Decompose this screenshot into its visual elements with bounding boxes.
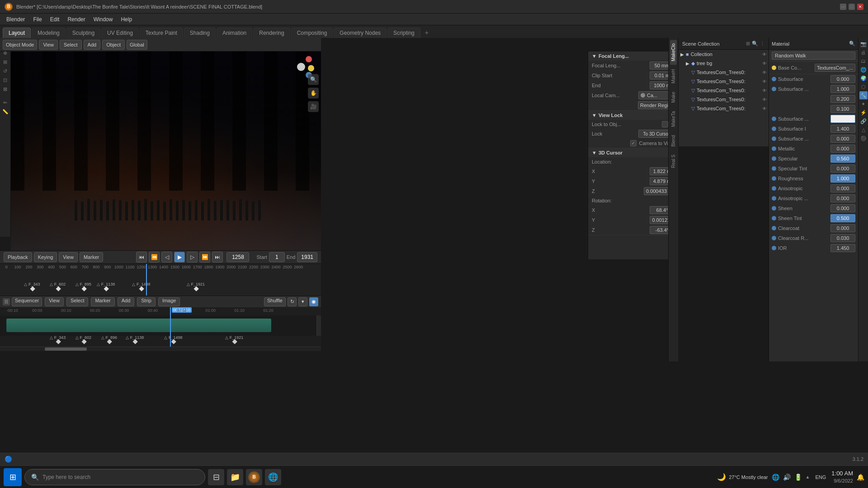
menu-blender[interactable]: Blender — [3, 15, 28, 23]
tab-geometry-nodes[interactable]: Geometry Nodes — [334, 28, 387, 38]
menu-edit[interactable]: Edit — [47, 15, 63, 23]
subsurface-col-value[interactable] — [830, 115, 855, 123]
seq-h-scrollbar[interactable] — [0, 347, 321, 351]
collection-eye-icon[interactable]: 👁 — [762, 52, 767, 57]
menu-render[interactable]: Render — [64, 15, 89, 23]
shuffle-dropdown[interactable]: Shuffle — [264, 297, 286, 306]
tab-uv-editing[interactable]: UV Editing — [101, 28, 139, 38]
outliner-textures-1[interactable]: ▽ TexturesCom_Trees0: 👁 — [679, 77, 769, 86]
keyframe-f1921[interactable] — [194, 286, 199, 291]
chrome-taskbar-button[interactable]: 🌐 — [265, 469, 281, 485]
tex3-eye[interactable]: 👁 — [762, 97, 767, 102]
tex1-eye[interactable]: 👁 — [762, 79, 767, 84]
sheen-tint-value[interactable]: 0.500 — [830, 214, 855, 222]
tree-bg-eye-icon[interactable]: 👁 — [762, 61, 767, 66]
current-frame-display[interactable]: 1258 — [226, 252, 249, 262]
playback-button[interactable]: Playback — [4, 252, 32, 262]
menu-window[interactable]: Window — [90, 15, 117, 23]
material-search-icon[interactable]: 🔍 — [849, 41, 855, 47]
annotate-tool-icon[interactable]: ✏ — [1, 99, 9, 107]
prev-keyframe-button[interactable]: ⏪ — [149, 252, 160, 263]
tex0-eye[interactable]: 👁 — [762, 70, 767, 75]
tex4-eye[interactable]: 👁 — [762, 106, 767, 111]
notification-icon[interactable]: 🔔 — [857, 474, 864, 481]
cursor-section-header[interactable]: ▼ 3D Cursor ⋮ — [588, 148, 678, 157]
tab-shading[interactable]: Shading — [184, 28, 216, 38]
outliner-textures-2[interactable]: ▽ TexturesCom_Trees0: 👁 — [679, 86, 769, 95]
seq-keyframe-row[interactable]: △ F_343 △ F_602 △ F_896 △ F_1138 △ F_149… — [0, 336, 321, 347]
h-scrollbar-thumb[interactable] — [45, 347, 86, 351]
mode-dropdown[interactable]: Object Mode — [3, 40, 37, 50]
step-forward-button[interactable]: ▷ — [187, 252, 198, 263]
sequencer-ruler[interactable]: -00:10 00:00 00:10 00:20 00:30 00:40 00:… — [0, 307, 321, 315]
render-props-icon[interactable]: 📷 — [859, 40, 868, 48]
roughness-value[interactable]: 1.000 — [830, 174, 855, 183]
seq-strip-button[interactable]: Strip — [137, 297, 156, 306]
tray-chevron-icon[interactable]: ▲ — [806, 474, 810, 479]
network-icon[interactable]: 🌐 — [772, 474, 779, 481]
options-icon[interactable]: ⋮ — [760, 41, 765, 47]
tab-animation[interactable]: Animation — [217, 28, 252, 38]
anisotropic-value[interactable]: 0.000 — [830, 184, 855, 192]
battery-icon[interactable]: 🔋 — [794, 474, 802, 481]
seq-image-button[interactable]: Image — [158, 297, 180, 306]
outliner-textures-0[interactable]: ▽ TexturesCom_Trees0: 👁 — [679, 68, 769, 77]
gizmo-view-axis[interactable] — [297, 63, 305, 71]
timeline-ruler[interactable]: 0 100 200 300 400 500 600 700 800 900 10… — [0, 264, 321, 273]
timeline-keyframes[interactable]: △ F_343 △ F_602 △ F_895 △ F_1138 △ F_149… — [0, 273, 321, 296]
view-section-header[interactable]: ▼ Focal Leng... — [588, 52, 678, 61]
start-button[interactable]: ⊞ — [4, 468, 22, 486]
seq-key-f1921[interactable] — [232, 339, 237, 344]
minimize-button[interactable]: — — [840, 4, 846, 10]
side-tab-reals[interactable]: Real S — [670, 151, 677, 172]
jump-start-button[interactable]: ⏮ — [136, 252, 147, 263]
base-color-value[interactable]: TexturesCom_... — [815, 64, 855, 72]
tab-modeling[interactable]: Modeling — [32, 28, 66, 38]
volume-icon[interactable]: 🔊 — [783, 474, 791, 481]
seq-key-f602[interactable] — [81, 339, 86, 344]
metallic-value[interactable]: 0.000 — [830, 145, 855, 153]
filter-icon[interactable]: ⊞ — [746, 41, 750, 47]
view-button[interactable]: View — [39, 40, 58, 50]
clearcoat-value[interactable]: 0.000 — [830, 224, 855, 232]
specular-value[interactable]: 0.560 — [830, 155, 855, 163]
constraints-props-icon[interactable]: 🔗 — [859, 117, 868, 125]
seq-key-f1498[interactable] — [171, 339, 176, 344]
seq-v-scrollbar[interactable] — [316, 315, 321, 336]
camera-to-vi-checkbox[interactable]: ✓ — [630, 140, 637, 146]
start-frame-display[interactable]: 1 — [269, 252, 285, 262]
tab-rendering[interactable]: Rendering — [253, 28, 290, 38]
object-data-props-icon[interactable]: △ — [859, 126, 868, 134]
modifier-props-icon[interactable]: 🔧 — [859, 91, 868, 99]
seq-track-bar[interactable] — [6, 319, 271, 332]
step-back-button[interactable]: ◁ — [161, 252, 172, 263]
keying-button[interactable]: Keying — [34, 252, 57, 262]
subsurface-b-value[interactable]: 0.100 — [830, 105, 855, 113]
menu-help[interactable]: Help — [117, 15, 136, 23]
side-tab-make[interactable]: Make — [670, 88, 677, 106]
world-props-icon[interactable]: 🌍 — [859, 74, 868, 82]
seq-sync-button[interactable]: ↻ — [288, 297, 297, 306]
taskbar-search[interactable]: 🔍 Type here to search — [24, 469, 205, 485]
seq-settings-button[interactable]: ▾ — [298, 297, 307, 306]
seq-select-button[interactable]: Select — [66, 297, 89, 306]
seq-key-f896[interactable] — [107, 339, 112, 344]
seq-view-button[interactable]: View — [45, 297, 64, 306]
maximize-button[interactable]: □ — [849, 4, 855, 10]
subsurface-ior-value[interactable]: 1.400 — [830, 125, 855, 133]
select-button[interactable]: Select — [60, 40, 82, 50]
view-layer-props-icon[interactable]: 🗂 — [859, 57, 868, 65]
tab-layout[interactable]: Layout — [3, 28, 31, 38]
subsurface-value[interactable]: 0.000 — [830, 75, 855, 83]
marker-button[interactable]: Marker — [80, 252, 103, 262]
side-tab-blend[interactable]: Blend — [670, 131, 677, 150]
side-tab-makeclo[interactable]: MakeClo — [670, 40, 677, 65]
search-icon[interactable]: 🔍 — [752, 41, 758, 47]
move-tool-icon[interactable]: ⊞ — [1, 58, 9, 66]
anisotropic-r-value[interactable]: 0.000 — [830, 194, 855, 202]
play-button[interactable]: ▶ — [174, 252, 185, 263]
tab-scripting[interactable]: Scripting — [387, 28, 420, 38]
ior-value[interactable]: 1.450 — [830, 244, 855, 252]
blender-taskbar-button[interactable]: B — [246, 469, 262, 485]
add-workspace-button[interactable]: + — [421, 27, 432, 38]
